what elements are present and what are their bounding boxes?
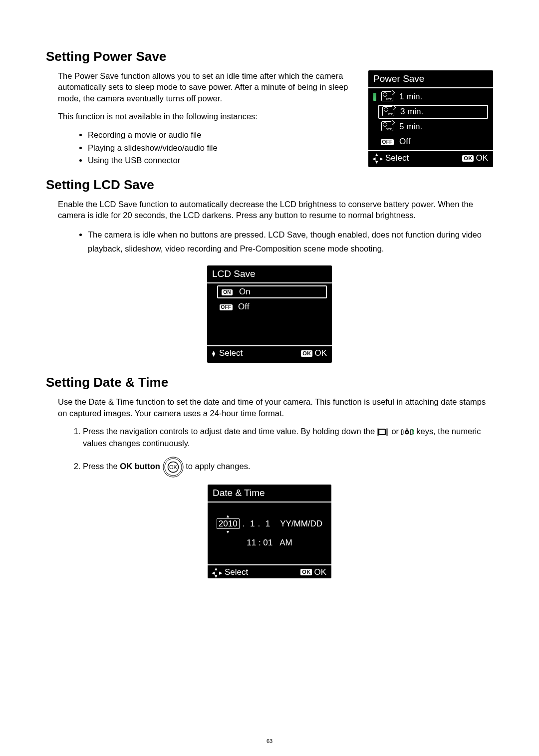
date-time-body: ▴ 2010 ▾ . 1 . 1 YY/MM/DD 11 : 01 AM [208,503,331,564]
nav-cross-icon: ▴▾ [373,154,382,163]
lcd-option[interactable]: 5min 5 min. [368,119,493,134]
dot: . [258,519,260,529]
down-arrow-icon: ▾ [217,529,240,534]
clock-1min-icon: 1min [380,91,394,102]
lcd-option[interactable]: OFF Off [368,134,493,149]
lcd-option[interactable]: OFF Off [207,299,332,314]
footer-select-label: Select [385,153,409,163]
date-time-paragraph: Use the Date & Time function to set the … [58,396,493,419]
lcd-footer: ▴▾ Select OK OK [207,345,332,360]
date-format[interactable]: YY/MM/DD [280,519,322,529]
colon: : [259,538,263,547]
page-number: 63 [0,738,539,744]
svg-text:OK: OK [169,464,178,470]
step-2: Press the OK button OK to apply changes. [83,457,493,478]
ok-badge-icon: OK [300,569,312,575]
power-save-lcd-wrap: Power Save 1min 1 min. 3min 3 min. [368,70,493,167]
step-1: Press the navigation controls to adjust … [83,426,493,450]
heading-date-time: Setting Date & Time [46,375,493,390]
power-save-lcd: Power Save 1min 1 min. 3min 3 min. [368,70,493,167]
svg-point-5 [406,431,408,433]
footer-ok-label: OK [314,567,326,577]
day-value[interactable]: 1 [263,519,270,529]
manual-page: Setting Power Save The Power Save functi… [0,0,539,756]
step1-text-a: Press the navigation controls to adjust … [83,427,377,436]
step2-bold: OK button [120,462,160,471]
lcd-title: Date & Time [208,485,331,503]
lcd-footer: ▴▾ Select OK OK [368,150,493,165]
lcd-option[interactable]: ON On [207,284,332,299]
lcd-footer: ▴▾ Select OK OK [208,564,331,579]
power-save-paragraph: The Power Save function allows you to se… [58,70,359,104]
off-badge-icon: OFF [219,304,233,310]
off-badge-icon: OFF [380,139,394,145]
on-badge-icon: ON [220,289,234,295]
date-time-steps: Press the navigation controls to adjust … [58,426,493,478]
lcd-option-label: 3 min. [400,107,423,117]
ok-badge-icon: OK [462,155,474,162]
power-save-row: The Power Save function allows you to se… [46,70,493,177]
step2-text-a: Press the [83,462,120,471]
svg-rect-0 [379,429,385,435]
nav-cross-icon: ▴▾ [213,568,222,577]
footer-select-label: Select [219,348,243,358]
lcd-save-paragraph: Enable the LCD Save function to automati… [58,199,493,221]
heading-power-save: Setting Power Save [46,49,493,64]
heading-lcd-save: Setting LCD Save [46,177,493,193]
lcd-options: 1min 1 min. 3min 3 min. [368,88,493,150]
time-row: 11 : 01 AM [247,538,292,548]
svg-rect-1 [377,428,378,436]
clock-5min-icon: 5min [380,121,394,132]
macro-key-icon [401,428,414,436]
year-value: 2010 [217,518,240,529]
nav-updown-icon: ▴▾ [212,350,215,357]
lcd-option[interactable]: 1min 1 min. [368,89,493,104]
lcd-save-text: Enable the LCD Save function to automati… [58,199,493,256]
lcd-save-lcd: LCD Save ON On OFF Off ▴▾ Select OK [207,265,332,363]
hour-value[interactable]: 11 [247,538,256,547]
step1-text-b: or [391,427,401,436]
dot: . [243,519,245,529]
date-row: ▴ 2010 ▾ . 1 . 1 YY/MM/DD [217,519,322,529]
year-field[interactable]: ▴ 2010 ▾ [217,519,240,529]
date-time-lcd: Date & Time ▴ 2010 ▾ . 1 . 1 YY/MM/DD 11… [208,485,331,578]
svg-rect-6 [410,429,412,434]
lcd-option[interactable]: 3min 3 min. [368,104,493,119]
step2-text-b: to apply changes. [186,462,250,471]
ok-badge-icon: OK [301,350,312,357]
power-save-unavail-intro: This function is not available in the fo… [58,111,359,122]
list-item: The camera is idle when no buttons are p… [88,228,493,255]
lcd-title: Power Save [368,70,493,88]
lcd-option-label: 5 min. [399,122,422,132]
list-item: Using the USB connector [88,154,359,167]
footer-select-label: Select [225,567,248,577]
lcd-title: LCD Save [207,265,332,283]
display-key-icon [377,428,389,436]
clock-3min-icon: 3min [381,106,395,117]
power-save-unavail-list: Recording a movie or audio file Playing … [58,129,359,167]
svg-rect-3 [401,429,403,434]
date-time-text: Use the Date & Time function to set the … [58,396,493,477]
up-arrow-icon: ▴ [217,513,240,518]
lcd-option-label: Off [238,302,249,312]
list-item: Playing a slideshow/video/audio file [88,142,359,155]
footer-ok-label: OK [476,153,488,163]
minute-value[interactable]: 01 [263,538,272,547]
month-value[interactable]: 1 [248,519,255,529]
lcd-save-note-list: The camera is idle when no buttons are p… [58,228,493,255]
ok-button-icon: OK [163,457,184,478]
selection-marker-icon [373,93,376,101]
footer-ok-label: OK [314,348,327,358]
list-item: Recording a movie or audio file [88,129,359,142]
svg-rect-2 [386,428,387,436]
lcd-option-label: On [239,287,251,297]
ampm-value[interactable]: AM [279,538,292,548]
lcd-options: ON On OFF Off [207,283,332,345]
lcd-option-label: 1 min. [399,92,422,102]
lcd-option-label: Off [399,137,410,147]
power-save-text: The Power Save function allows you to se… [58,70,359,177]
